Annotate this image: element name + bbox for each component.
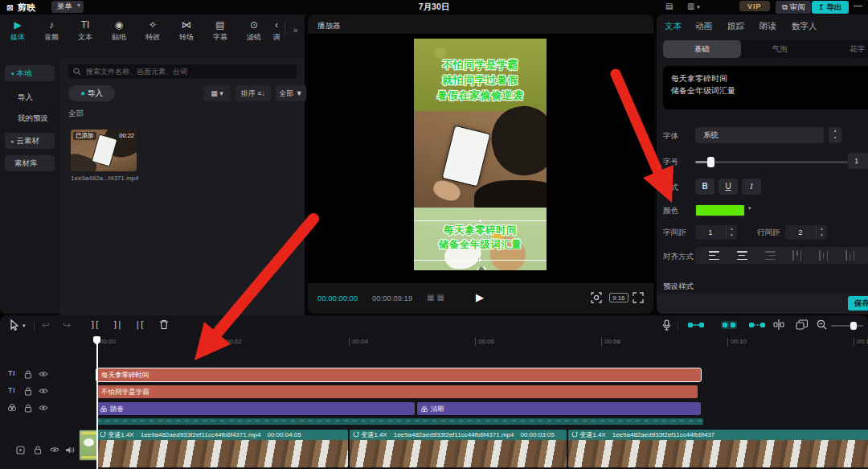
tab-digital-human[interactable]: 数字人 [792, 21, 817, 32]
export-button[interactable]: ↥ 导出 [812, 1, 849, 14]
font-select[interactable]: 系统 [695, 127, 824, 143]
eye-icon[interactable] [39, 387, 48, 395]
slider-knob[interactable] [707, 157, 714, 167]
zoom-out-icon[interactable] [817, 319, 827, 330]
rotate-handle-icon[interactable] [477, 265, 486, 270]
panel-layout-icon[interactable]: ▥ ▾ [687, 2, 700, 10]
tab-captions[interactable]: ▤字幕 [204, 19, 236, 43]
sidebar-item-presets[interactable]: 我的预设 [5, 110, 55, 126]
vip-badge[interactable]: VIP [739, 1, 770, 11]
text-selection-box[interactable] [414, 220, 547, 261]
play-button[interactable]: ▶ [476, 291, 484, 303]
redo-icon[interactable]: ↪ [63, 319, 71, 331]
zoom-slider-knob[interactable] [850, 322, 857, 330]
text-clip-selected[interactable]: 每天拿零碎时间 [96, 368, 701, 381]
menu-button[interactable]: 菜单▾ [51, 1, 84, 13]
review-button[interactable]: ⧉ 审阅 [776, 1, 811, 14]
italic-button[interactable]: I [742, 179, 761, 195]
lock-icon[interactable] [24, 370, 32, 379]
title-overlay[interactable]: 不怕同学是学霸 就怕同学过暑假 暑假在家偷偷逆袭 [414, 58, 547, 104]
align-vertical-bottom-icon[interactable] [845, 250, 854, 261]
tab-text-settings[interactable]: 文本 [665, 21, 682, 32]
align-center-icon[interactable] [737, 251, 747, 260]
link-preview-toggle-icon[interactable] [688, 321, 704, 329]
tab-media[interactable]: ▶媒体 [2, 19, 34, 43]
font-size-slider[interactable] [695, 161, 848, 163]
video-clip[interactable]: 变速1.4X1ee9a482aed933f2ef11cc44fb6f437 [568, 430, 868, 467]
align-left-icon[interactable] [709, 251, 719, 260]
tab-animation[interactable]: 动画 [695, 21, 712, 32]
tab-sticker[interactable]: ◉贴纸 [103, 19, 135, 43]
delete-icon[interactable] [159, 319, 169, 330]
subtab-bubble[interactable]: 气泡 [741, 40, 819, 58]
selection-handle[interactable] [478, 258, 482, 262]
speaker-icon[interactable] [65, 446, 75, 455]
filter-clip[interactable]: 踏春 [96, 402, 415, 415]
layout-icon[interactable]: ▤ [665, 2, 673, 10]
sidebar-item-import[interactable]: 导入 [5, 89, 55, 105]
eye-icon[interactable] [50, 446, 59, 454]
handle-adjust-icon[interactable] [773, 319, 784, 330]
line-spacing-field[interactable]: 2 [785, 225, 816, 240]
filter-clip[interactable]: 清晰 [417, 402, 701, 415]
more-tabs-arrow[interactable]: » [293, 26, 298, 35]
tab-transition[interactable]: ⋈转场 [170, 19, 203, 43]
eye-icon[interactable] [39, 370, 48, 378]
fullscreen-icon[interactable] [633, 292, 644, 303]
aspect-ratio-badge[interactable]: 9:16 [609, 293, 628, 302]
selection-handle[interactable] [478, 219, 482, 223]
sidebar-item-cloud[interactable]: ▸云素材 [5, 133, 55, 149]
linkage-toggle-icon[interactable] [749, 321, 765, 329]
font-stepper[interactable]: ▴▾ [829, 127, 841, 143]
bold-button[interactable]: B [695, 179, 714, 195]
tab-tracking[interactable]: 跟踪 [727, 21, 744, 32]
trim-right-icon[interactable]: |[ [135, 319, 144, 330]
subtab-fancy-text[interactable]: 花字 [818, 40, 868, 58]
trim-left-icon[interactable]: ]| [113, 319, 121, 330]
preview-quality-icons[interactable]: ▦▦ [427, 293, 447, 302]
timeline-zoom-slider[interactable] [831, 325, 863, 327]
underline-button[interactable]: U [719, 179, 738, 195]
lock-icon[interactable] [24, 404, 32, 413]
align-vertical-center-icon[interactable] [819, 250, 828, 261]
text-clip[interactable]: 不怕同学是学霸 [96, 385, 698, 398]
line-spacing-stepper[interactable]: ▴▾ [816, 225, 827, 240]
font-size-field[interactable]: 1 [848, 153, 868, 169]
auto-snap-toggle-icon[interactable] [720, 320, 738, 330]
select-tool-icon[interactable] [10, 319, 20, 331]
search-input[interactable] [86, 64, 291, 79]
video-preview[interactable]: m 不怕同学是学霸 就怕同学过暑假 暑假在家偷偷逆袭 每天拿零碎时间 储备全年级… [414, 39, 547, 270]
sort-button[interactable]: 排序 ≡↓ [235, 85, 271, 101]
text-content-input[interactable]: 每天拿零碎时间 储备全年级词汇量 [663, 66, 868, 109]
save-preset-button[interactable]: 保存 [848, 296, 868, 311]
lock-icon[interactable] [24, 387, 32, 396]
color-swatch[interactable] [695, 204, 745, 216]
video-clip[interactable]: 变速1.4X1ee9a482aed933f2ef11cc44fb6f4371.m… [350, 430, 567, 467]
media-item[interactable]: 已添加 00:22 1ee9a482a...f4371.mp4 [71, 130, 137, 189]
sidebar-item-library[interactable]: 素材库 [5, 155, 55, 171]
filter-button[interactable]: 全部 ▼ [276, 85, 306, 101]
eye-icon[interactable] [39, 404, 48, 412]
sidebar-item-local[interactable]: ▾本地 [5, 65, 55, 81]
align-right-icon[interactable] [765, 251, 776, 260]
tab-effects[interactable]: ✧特效 [137, 19, 169, 43]
search-bar[interactable] [68, 64, 297, 79]
tab-reading[interactable]: 朗读 [760, 21, 776, 32]
subtab-basic[interactable]: 基础 [663, 40, 741, 58]
import-button[interactable]: ●导入 [68, 85, 115, 101]
tab-text[interactable]: TI文本 [69, 19, 101, 43]
player-viewport[interactable]: m 不怕同学是学霸 就怕同学过暑假 暑假在家偷偷逆袭 每天拿零碎时间 储备全年级… [308, 34, 653, 283]
view-toggle-button[interactable]: ▦ ▾ [203, 85, 231, 101]
letter-spacing-field[interactable]: 1 [695, 225, 726, 240]
minimize-button[interactable]: — [854, 0, 862, 10]
playhead[interactable] [96, 336, 98, 469]
cover-thumbnail[interactable] [79, 430, 98, 461]
letter-spacing-stepper[interactable]: ▴▾ [726, 225, 737, 240]
collapsed-audio-strip[interactable] [96, 418, 703, 425]
overlap-clips-icon[interactable] [796, 319, 808, 330]
align-vertical-top-icon[interactable] [792, 250, 801, 261]
lock-icon[interactable] [34, 446, 42, 455]
video-clip[interactable]: 变速1.4X1ee9a482aed933f2ef11cc44fb6f4371.m… [96, 430, 348, 467]
timeline-ruler[interactable]: 00:00 00:02 00:04 00:06 00:08 00:10 00:1… [0, 336, 868, 348]
undo-icon[interactable]: ↩ [42, 319, 50, 331]
